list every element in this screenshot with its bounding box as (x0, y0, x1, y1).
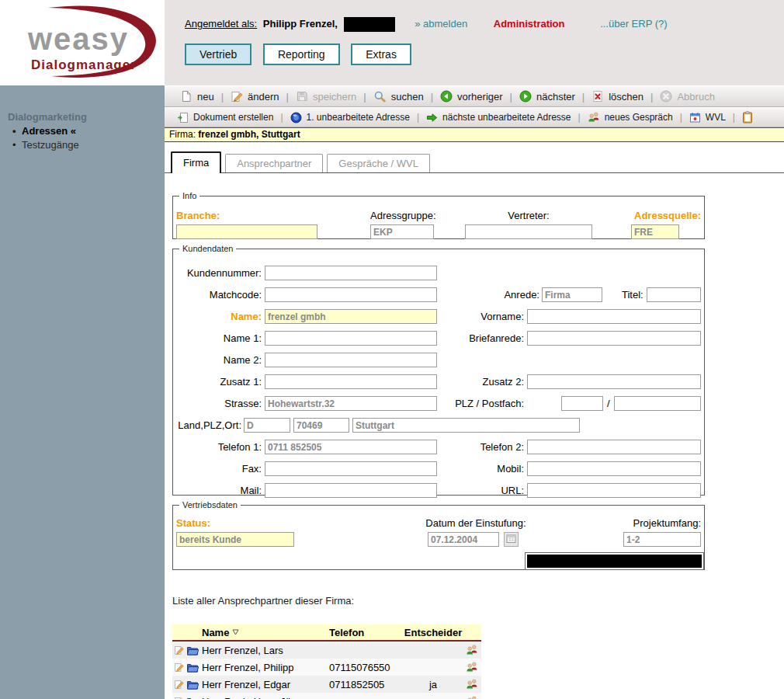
calendar-icon (689, 112, 701, 123)
land-input[interactable] (244, 418, 290, 433)
zusatz1-input[interactable] (265, 374, 437, 389)
mini-calendar-icon (506, 534, 516, 544)
einstufung-input[interactable] (428, 532, 499, 547)
telefon1-label: Telefon 1: (175, 441, 262, 453)
zusatz2-label: Zusatz 2: (415, 376, 524, 388)
people-icon[interactable] (466, 695, 478, 699)
vertriebsdaten-section: Vertriebsdaten Status: Datum der Einstuf… (172, 500, 705, 570)
telefon1-input[interactable] (265, 440, 437, 454)
url-input[interactable] (527, 483, 701, 498)
open-folder-icon[interactable] (186, 662, 199, 673)
column-header-name[interactable]: Name (202, 627, 329, 638)
contact-row[interactable]: Herr Frenzel, Lars (172, 642, 481, 659)
loeschen-button[interactable]: löschen (585, 90, 650, 103)
anrede-input[interactable] (542, 287, 602, 302)
aendern-button[interactable]: ändern (224, 90, 285, 103)
people-icon[interactable] (466, 644, 478, 656)
vorheriger-button[interactable]: vorheriger (434, 90, 509, 103)
date-picker-button (504, 532, 519, 547)
people-icon[interactable] (466, 661, 478, 673)
sidebar-item-adressen[interactable]: •Adressen « (12, 125, 76, 137)
about-erp-link[interactable]: ...über ERP (?) (600, 18, 667, 30)
fax-input[interactable] (265, 461, 437, 476)
adressquelle-input[interactable] (631, 224, 679, 239)
clipboard-button[interactable] (736, 111, 759, 123)
briefanrede-input[interactable] (527, 331, 701, 346)
info-legend: Info (179, 191, 199, 200)
tab-firma[interactable]: Firma (171, 151, 221, 173)
plz-postfach-label: PLZ / Postfach: (415, 398, 524, 409)
contact-telefon: 0711852505 (329, 679, 404, 690)
contact-row[interactable]: Herr Frenzel, Edgar 0711852505 ja (172, 676, 481, 693)
zusatz2-input[interactable] (527, 374, 701, 389)
redacted-user-info (344, 17, 395, 32)
name-input[interactable] (265, 309, 437, 324)
adressgruppe-input[interactable] (370, 224, 434, 239)
mobil-label: Mobil: (415, 463, 524, 475)
matchcode-label: Matchcode: (175, 289, 262, 301)
naechste-unbearbeitete-adresse-button[interactable]: nächste unbearbeitete Adresse (420, 112, 577, 123)
speichern-label: speichern (313, 91, 356, 103)
nav-button-vertrieb[interactable]: Vertrieb (185, 43, 252, 65)
tab-gespraeche-wvl[interactable]: Gespräche / WVL (327, 154, 430, 172)
suchen-label: suchen (391, 91, 424, 103)
column-header-telefon[interactable]: Telefon (329, 627, 404, 638)
open-folder-icon[interactable] (186, 680, 199, 690)
logout-link[interactable]: » abmelden (415, 18, 467, 30)
column-header-entscheider[interactable]: Entscheider (404, 627, 463, 638)
matchcode-input[interactable] (265, 287, 437, 302)
erste-unbearbeitete-adresse-button[interactable]: 1. unbearbeitete Adresse (284, 112, 416, 123)
kundennummer-input[interactable] (265, 266, 437, 280)
neues-gespraech-button[interactable]: neues Gespräch (581, 111, 679, 123)
record-bar-label: Firma: (169, 129, 196, 140)
telefon2-input[interactable] (527, 440, 701, 454)
branche-label: Branche: (176, 210, 220, 221)
vorname-input[interactable] (527, 309, 701, 324)
aendern-label: ändern (248, 91, 279, 103)
app-logo: weasy Dialogmanager (0, 0, 165, 85)
contact-row[interactable]: Herr Frenzel, Philipp 07115076550 (172, 659, 481, 676)
contact-row[interactable]: Herr Renk, Hans-Jürgen (172, 693, 481, 699)
titel-input[interactable] (647, 287, 701, 302)
vertreter-input[interactable] (465, 224, 592, 239)
tab-ansprechpartner[interactable]: Ansprechpartner (225, 154, 323, 172)
wvl-button[interactable]: WVL (683, 112, 732, 123)
edit-pencil-icon[interactable] (174, 662, 184, 673)
people-icon[interactable] (466, 678, 478, 690)
plz-input[interactable] (561, 396, 603, 411)
bullet-icon: • (12, 139, 22, 151)
ort-input[interactable] (352, 418, 580, 433)
open-folder-icon[interactable] (186, 645, 199, 656)
edit-pencil-icon[interactable] (174, 679, 184, 690)
vertriebsdaten-legend: Vertriebsdaten (179, 500, 241, 509)
mail-input[interactable] (265, 483, 437, 498)
titel-label: Titel: (622, 289, 644, 301)
status-input[interactable] (176, 532, 294, 547)
dokument-erstellen-button[interactable]: Dokument erstellen (171, 112, 279, 123)
ort-plz-input[interactable] (293, 418, 349, 433)
tabs-row: Firma Ansprechpartner Gespräche / WVL (165, 151, 784, 173)
branche-input[interactable] (176, 224, 317, 239)
cancel-circle-icon (660, 90, 672, 103)
strasse-input[interactable] (265, 396, 437, 411)
nav-button-reporting[interactable]: Reporting (263, 43, 340, 65)
name1-input[interactable] (265, 331, 437, 346)
suchen-button[interactable]: suchen (367, 90, 430, 103)
postfach-input[interactable] (614, 396, 701, 411)
sidebar-item-testzugaenge[interactable]: •Testzugänge (12, 139, 79, 151)
vertreter-label: Vertreter: (465, 210, 592, 221)
mobil-input[interactable] (527, 461, 701, 476)
projektumfang-input[interactable] (623, 532, 701, 547)
delete-x-icon (591, 90, 604, 103)
contact-name: Herr Frenzel, Lars (202, 645, 329, 656)
naechster-button[interactable]: nächster (513, 90, 581, 103)
edit-pencil-icon[interactable] (174, 696, 184, 699)
neu-button[interactable]: neu (174, 90, 220, 103)
administration-link[interactable]: Administration (494, 18, 565, 30)
einstufung-label: Datum der Einstufung: (414, 517, 538, 529)
open-folder-icon[interactable] (186, 697, 199, 699)
nav-button-extras[interactable]: Extras (351, 43, 411, 65)
name2-input[interactable] (265, 353, 437, 367)
contacts-table: Name Telefon Entscheider Herr Frenzel, L… (172, 624, 481, 699)
edit-pencil-icon[interactable] (174, 645, 184, 656)
